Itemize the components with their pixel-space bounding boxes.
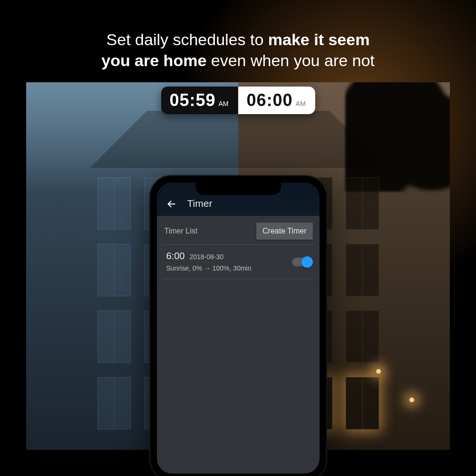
marketing-headline: Set daily schedules to make it seem you … xyxy=(0,29,476,71)
headline-bold2: you are home xyxy=(101,51,206,69)
timer-row[interactable]: 6:00 2018-08-30 Sunrise, 0% → 100%, 30mi… xyxy=(163,244,314,279)
time-after-value: 06:00 xyxy=(247,90,293,110)
time-before-ampm: AM xyxy=(219,100,229,107)
headline-bold1: make it seem xyxy=(268,30,370,49)
time-comparison: 05:59 AM 06:00 AM xyxy=(161,87,315,114)
timer-list-label: Timer List xyxy=(165,227,198,235)
app-screen: Timer Timer List Create Timer 6:00 2018-… xyxy=(157,183,320,474)
app-header-title: Timer xyxy=(187,198,213,209)
time-before-chip: 05:59 AM xyxy=(161,87,238,114)
time-after-ampm: AM xyxy=(296,100,306,107)
phone-notch xyxy=(195,182,281,195)
timer-toggle[interactable] xyxy=(292,258,312,266)
headline-part2: even when you are not xyxy=(206,51,374,69)
timer-list-header: Timer List Create Timer xyxy=(157,216,320,244)
create-timer-button[interactable]: Create Timer xyxy=(256,223,312,240)
timer-description: Sunrise, 0% → 100%, 30min xyxy=(166,264,311,272)
phone-mockup: Timer Timer List Create Timer 6:00 2018-… xyxy=(150,176,326,476)
timer-time: 6:00 xyxy=(166,251,185,262)
timer-date: 2018-08-30 xyxy=(189,253,223,261)
toggle-knob xyxy=(301,256,313,268)
back-arrow-icon[interactable] xyxy=(166,199,177,209)
time-before-value: 05:59 xyxy=(169,90,215,110)
headline-part1: Set daily schedules to xyxy=(107,30,268,49)
time-after-chip: 06:00 AM xyxy=(238,87,315,114)
